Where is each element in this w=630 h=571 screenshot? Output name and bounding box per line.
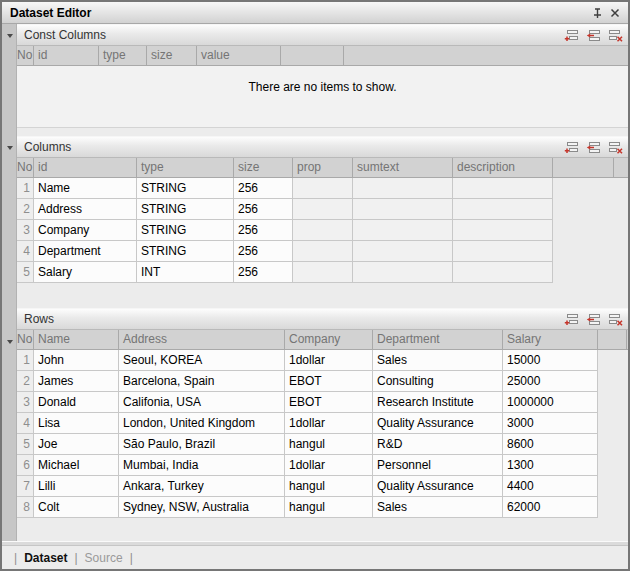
row-number-cell[interactable]: 5 xyxy=(17,434,34,455)
grid-cell[interactable]: 1000000 xyxy=(503,392,598,413)
grid-cell[interactable]: STRING xyxy=(137,220,234,241)
grid-cell[interactable]: Address xyxy=(34,199,137,220)
row-number-cell[interactable]: 2 xyxy=(17,199,34,220)
insert-row-button[interactable] xyxy=(584,140,602,155)
grid-cell[interactable]: Ankara, Turkey xyxy=(119,476,285,497)
row-number-cell[interactable]: 4 xyxy=(17,241,34,262)
collapse-rows-button[interactable] xyxy=(5,337,14,346)
grid-cell[interactable]: 256 xyxy=(234,220,293,241)
grid-cell[interactable]: Department xyxy=(34,241,137,262)
grid-cell[interactable] xyxy=(293,199,353,220)
grid-cell[interactable]: James xyxy=(34,371,119,392)
row-number-cell[interactable]: 3 xyxy=(17,220,34,241)
grid-cell[interactable]: 1dollar xyxy=(285,350,373,371)
grid-cell[interactable]: São Paulo, Brazil xyxy=(119,434,285,455)
grid-cell[interactable]: Consulting xyxy=(373,371,503,392)
grid-cell[interactable]: hangul xyxy=(285,476,373,497)
delete-row-button[interactable] xyxy=(606,140,624,155)
grid-cell[interactable]: 256 xyxy=(234,178,293,199)
grid-cell[interactable] xyxy=(353,199,453,220)
insert-row-button[interactable] xyxy=(584,312,602,327)
grid-cell[interactable]: 25000 xyxy=(503,371,598,392)
grid-cell[interactable]: Salary xyxy=(34,262,137,283)
tab-dataset[interactable]: Dataset xyxy=(24,551,67,565)
row-number-cell[interactable]: 6 xyxy=(17,455,34,476)
grid-cell[interactable] xyxy=(453,220,553,241)
section-spacer xyxy=(17,128,628,136)
grid-cell[interactable]: 1300 xyxy=(503,455,598,476)
grid-cell[interactable]: Research Institute xyxy=(373,392,503,413)
grid-cell[interactable]: EBOT xyxy=(285,371,373,392)
grid-cell[interactable]: 256 xyxy=(234,262,293,283)
grid-cell[interactable]: 256 xyxy=(234,199,293,220)
grid-cell[interactable]: Personnel xyxy=(373,455,503,476)
grid-cell[interactable] xyxy=(293,241,353,262)
grid-cell[interactable] xyxy=(293,220,353,241)
grid-cell[interactable]: Seoul, KOREA xyxy=(119,350,285,371)
grid-cell[interactable]: 1dollar xyxy=(285,413,373,434)
delete-row-button[interactable] xyxy=(606,28,624,43)
insert-row-button[interactable] xyxy=(584,28,602,43)
grid-cell[interactable]: Colt xyxy=(34,497,119,518)
grid-cell[interactable]: Quality Assurance xyxy=(373,413,503,434)
grid-cell[interactable] xyxy=(293,262,353,283)
row-number-cell[interactable]: 8 xyxy=(17,497,34,518)
grid-cell[interactable]: Lisa xyxy=(34,413,119,434)
add-row-button[interactable] xyxy=(562,28,580,43)
grid-cell[interactable]: Lilli xyxy=(34,476,119,497)
grid-cell[interactable]: Michael xyxy=(34,455,119,476)
grid-cell[interactable]: STRING xyxy=(137,241,234,262)
grid-cell[interactable] xyxy=(353,220,453,241)
row-number-cell[interactable]: 1 xyxy=(17,178,34,199)
add-row-button[interactable] xyxy=(562,140,580,155)
grid-cell[interactable] xyxy=(353,262,453,283)
grid-cell[interactable]: 256 xyxy=(234,241,293,262)
grid-cell[interactable] xyxy=(453,199,553,220)
collapse-columns-button[interactable] xyxy=(5,143,14,152)
row-number-cell[interactable]: 7 xyxy=(17,476,34,497)
grid-cell[interactable]: EBOT xyxy=(285,392,373,413)
grid-cell[interactable] xyxy=(353,241,453,262)
delete-row-button[interactable] xyxy=(606,312,624,327)
grid-cell[interactable]: Donald xyxy=(34,392,119,413)
grid-cell[interactable]: STRING xyxy=(137,199,234,220)
grid-cell[interactable]: Sydney, NSW, Australia xyxy=(119,497,285,518)
grid-cell[interactable]: Quality Assurance xyxy=(373,476,503,497)
grid-cell[interactable]: hangul xyxy=(285,497,373,518)
grid-cell[interactable]: 4400 xyxy=(503,476,598,497)
grid-cell[interactable] xyxy=(453,241,553,262)
grid-cell[interactable] xyxy=(453,178,553,199)
grid-cell[interactable]: Califonia, USA xyxy=(119,392,285,413)
grid-cell[interactable]: Mumbai, India xyxy=(119,455,285,476)
grid-cell[interactable] xyxy=(353,178,453,199)
grid-cell[interactable]: R&D xyxy=(373,434,503,455)
row-number-cell[interactable]: 1 xyxy=(17,350,34,371)
grid-cell[interactable]: hangul xyxy=(285,434,373,455)
close-button[interactable] xyxy=(606,5,624,21)
grid-cell[interactable]: 62000 xyxy=(503,497,598,518)
grid-cell[interactable]: 3000 xyxy=(503,413,598,434)
grid-cell[interactable]: Company xyxy=(34,220,137,241)
row-number-cell[interactable]: 5 xyxy=(17,262,34,283)
tab-source[interactable]: Source xyxy=(85,551,123,565)
grid-cell[interactable] xyxy=(293,178,353,199)
grid-cell[interactable]: Sales xyxy=(373,497,503,518)
row-number-cell[interactable]: 4 xyxy=(17,413,34,434)
collapse-const-columns-button[interactable] xyxy=(5,31,14,40)
row-number-cell[interactable]: 2 xyxy=(17,371,34,392)
grid-cell[interactable]: Sales xyxy=(373,350,503,371)
grid-cell[interactable]: 8600 xyxy=(503,434,598,455)
pin-button[interactable] xyxy=(588,5,606,21)
grid-cell[interactable]: 1dollar xyxy=(285,455,373,476)
grid-cell[interactable]: Barcelona, Spain xyxy=(119,371,285,392)
grid-cell[interactable]: Name xyxy=(34,178,137,199)
grid-cell[interactable] xyxy=(453,262,553,283)
grid-cell[interactable]: INT xyxy=(137,262,234,283)
grid-cell[interactable]: Joe xyxy=(34,434,119,455)
row-number-cell[interactable]: 3 xyxy=(17,392,34,413)
grid-cell[interactable]: John xyxy=(34,350,119,371)
add-row-button[interactable] xyxy=(562,312,580,327)
grid-cell[interactable]: STRING xyxy=(137,178,234,199)
grid-cell[interactable]: London, United Kingdom xyxy=(119,413,285,434)
grid-cell[interactable]: 15000 xyxy=(503,350,598,371)
